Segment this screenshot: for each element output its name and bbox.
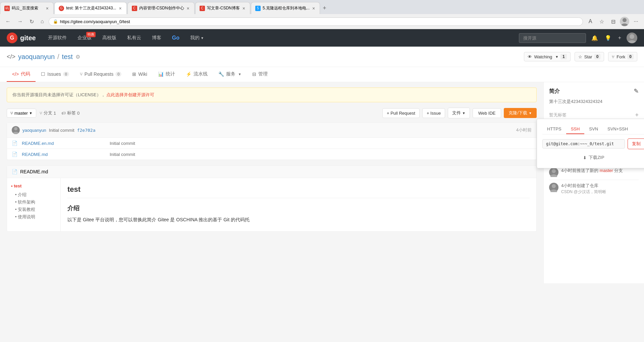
tab-close-1[interactable]: × [45,5,49,12]
nav-go[interactable]: Go [167,29,185,47]
gitee-navbar: G gitee 开源软件 企业版 特惠 高校版 私有云 博客 Go 我的 ▼ 🔔 [0,29,644,47]
settings-icon[interactable]: ⚙ [75,54,80,60]
toc-sub-arch[interactable]: 软件架构 [11,198,56,206]
repo-name-link[interactable]: test [62,53,73,61]
branch-selector[interactable]: ⑂ master ▼ [7,109,36,118]
commit-author-link[interactable]: yaoquanyun [22,128,46,133]
more-options-icon[interactable]: ··· [631,17,641,26]
copy-button[interactable]: 复制 [628,138,644,149]
file-name-readme[interactable]: README.md [22,152,106,157]
master-branch-link[interactable]: master [600,168,613,173]
nav-education[interactable]: 高校版 [97,29,122,47]
address-bar[interactable]: 🔒 https://gitee.com/yaoquanyun_0/test [49,17,583,26]
tab-services[interactable]: 🔧 服务 ▼ [213,67,247,82]
nav-private-cloud[interactable]: 私有云 [122,29,147,47]
nav-blog[interactable]: 博客 [147,29,167,47]
collections-icon[interactable]: ⊟ [608,17,618,26]
add-tag-icon[interactable]: + [635,112,639,119]
tags-meta[interactable]: 🏷 标签 0 [61,110,79,116]
issue-button[interactable]: + Issue [422,108,445,118]
commit-hash-link[interactable]: f2e702a [77,128,96,133]
repo-header: </> yaoquanyun / test ⚙ 👁 Watching ▼ 1 ☆… [0,47,644,67]
plus-icon[interactable]: + [617,34,623,42]
toc-sub-usage[interactable]: 使用说明 [11,213,56,221]
nav-search-input[interactable] [519,33,586,43]
branches-meta[interactable]: ⑂ 分支 1 [40,110,56,116]
gitee-logo[interactable]: G gitee [7,33,36,43]
nav-enterprise[interactable]: 企业版 特惠 [72,29,97,47]
tab-code[interactable]: </> 代码 [7,67,36,82]
tags-label: 标签 [67,110,76,116]
address-input[interactable]: https://gitee.com/yaoquanyun_0/test [60,19,579,24]
activity-desc-1: 4小时前推送了新的 [561,168,600,173]
readme-main-title: test [67,183,530,198]
home-button[interactable]: ⌂ [39,17,46,26]
file-icon-2: 📄 [12,152,18,157]
user-avatar[interactable] [627,33,637,43]
star-button[interactable]: ☆ Star 0 [575,52,604,61]
pull-request-button[interactable]: + Pull Request [382,108,420,118]
tab-issues[interactable]: ☐ Issues 0 [36,67,74,81]
pr-count-badge: 0 [115,72,121,76]
favorites-icon[interactable]: ☆ [597,17,606,26]
watching-button[interactable]: 👁 Watching ▼ 1 [524,52,570,61]
tags-count: 0 [77,111,79,116]
file-button[interactable]: 文件 ▼ [448,108,470,118]
new-tab-button[interactable]: + [321,2,328,14]
clone-tab-svn-ssh[interactable]: SVN+SSH [603,124,633,134]
back-button[interactable]: ← [3,17,13,26]
star-count: 0 [594,54,601,59]
browser-tab-5[interactable]: 5 5.克隆远程仓库到本地电... × [251,2,320,14]
forward-button[interactable]: → [15,17,25,26]
nav-mine[interactable]: 我的 ▼ [185,29,209,47]
clone-tab-https[interactable]: HTTPS [542,124,566,134]
tab-title-4: 写文章-CSDN博客 [207,5,240,11]
issues-count-badge: 0 [63,72,69,76]
file-commit-readme: Initial commit [110,152,532,157]
repo-owner-link[interactable]: yaoquanyun [18,53,55,61]
browser-tab-3[interactable]: C 内容管理-CSDN创作中心 × [127,2,195,14]
download-zip-button[interactable]: ⬇ 下载ZIP [542,153,644,163]
webide-button[interactable]: Web IDE [473,108,501,118]
browser-toolbar: ← → ↻ ⌂ 🔒 https://gitee.com/yaoquanyun_0… [0,14,644,29]
tab-wiki[interactable]: ⊞ Wiki [127,67,152,81]
toc-sub-intro[interactable]: 介绍 [11,191,56,198]
edit-intro-icon[interactable]: ✎ [634,88,639,95]
clone-url-input[interactable] [542,139,625,149]
readme-header: 📄 README.md [7,166,536,178]
fork-icon: ⑂ [612,54,614,59]
fork-button[interactable]: ⑂ Fork 0 [608,52,637,61]
bell-icon[interactable]: 🔔 [590,34,599,43]
activity-avatar-2 [549,183,558,192]
svg-point-9 [550,174,557,177]
star-label: Star [584,54,592,59]
lightbulb-icon[interactable]: 💡 [603,34,613,43]
clone-button[interactable]: 克隆/下载 ▼ [504,108,537,118]
browser-tab-2[interactable]: G test: 第十三次是42343243... × [54,2,127,14]
tab-manage[interactable]: ⊟ 管理 [247,67,273,82]
file-name-readme-en[interactable]: README.en.md [22,141,106,146]
clone-tab-svn[interactable]: SVN [584,124,603,134]
browser-tab-4[interactable]: C 写文章-CSDN博客 × [195,2,250,14]
clone-tab-ssh[interactable]: SSH [566,124,585,134]
tab-close-5[interactable]: × [312,5,316,12]
download-zip-label: 下载ZIP [589,155,604,161]
browser-tab-1[interactable]: 码 码云_百度搜索 × [0,2,54,14]
sidebar-intro-section: 简介 ✎ 第十三次是4234324324324 [549,88,639,105]
tab-pull-requests[interactable]: ⑂ Pull Requests 0 [74,67,127,81]
tab-close-2[interactable]: × [118,5,122,12]
toc-sub-install[interactable]: 安装教程 [11,206,56,213]
translate-icon[interactable]: A [586,17,595,26]
tab-stats[interactable]: 📊 统计 [153,67,180,82]
page-content: </> yaoquanyun / test ⚙ 👁 Watching ▼ 1 ☆… [0,47,644,283]
tab-close-4[interactable]: × [242,5,246,12]
license-link[interactable]: 点此选择并创建开源许可 [106,92,154,97]
file-button-label: 文件 [452,110,461,115]
tab-favicon-3: C [132,6,137,11]
tab-pipeline[interactable]: ⚡ 流水线 [180,67,213,82]
refresh-button[interactable]: ↻ [28,17,36,26]
tab-close-3[interactable]: × [186,5,190,12]
account-icon[interactable] [620,17,629,26]
commit-info-row: yaoquanyun Initial commit f2e702a 4小时前 [7,123,536,138]
nav-open-source[interactable]: 开源软件 [43,29,72,47]
